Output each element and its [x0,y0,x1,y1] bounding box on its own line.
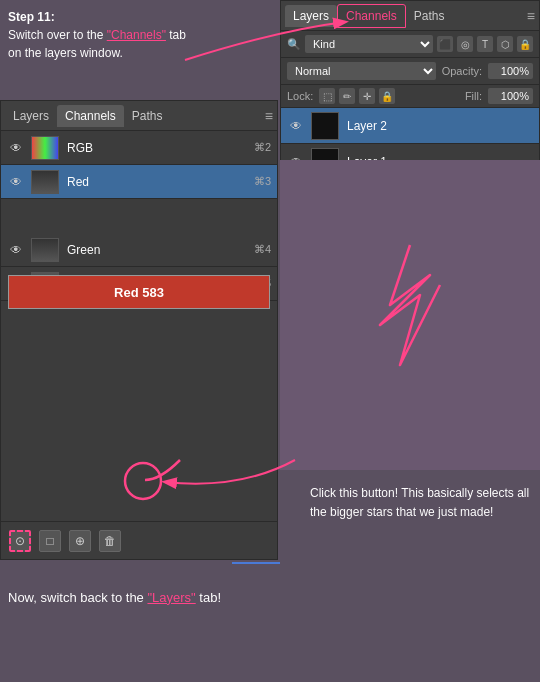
bottom-panel-tabs: Layers Channels Paths ≡ [1,101,277,131]
blend-mode-select[interactable]: Normal [287,62,436,80]
delete-channel-button[interactable]: 🗑 [99,530,121,552]
channel-green-visibility[interactable]: 👁 [7,241,25,259]
lock-transparent-btn[interactable]: ⬚ [319,88,335,104]
channels-highlight: "Channels" [107,28,166,42]
lock-row: Lock: ⬚ ✏ ✛ 🔒 Fill: [281,85,539,108]
tab-channels-top[interactable]: Channels [337,4,406,28]
tab-paths-top[interactable]: Paths [406,5,453,27]
lock-label: Lock: [287,90,313,102]
layer-2-visibility[interactable]: 👁 [287,117,305,135]
filter-adjust-icon[interactable]: ◎ [457,36,473,52]
top-panel-tabs: Layers Channels Paths ≡ [281,1,539,31]
channel-red-name: Red [67,175,254,189]
layers-highlight: "Layers" [147,590,195,605]
tab-channels-bottom[interactable]: Channels [57,105,124,127]
load-channel-button[interactable]: ⊙ [9,530,31,552]
lock-position-btn[interactable]: ✛ [359,88,375,104]
channel-green-thumb [31,238,59,262]
filter-smart-icon[interactable]: 🔒 [517,36,533,52]
search-dropdown[interactable]: Kind [305,35,433,53]
tab-layers-bottom[interactable]: Layers [5,105,57,127]
filter-shape-icon[interactable]: ⬡ [497,36,513,52]
lock-icons: ⬚ ✏ ✛ 🔒 [319,88,395,104]
bottom-instruction: Now, switch back to the "Layers" tab! [8,588,221,608]
channel-toolbar: ⊙ □ ⊕ 🗑 [1,521,277,559]
canvas-drawing [310,225,510,405]
channel-rgb-shortcut: ⌘2 [254,141,271,154]
tab-layers-top[interactable]: Layers [285,5,337,27]
bottom-text-1: Now, switch back to the [8,590,147,605]
channel-green-name: Green [67,243,254,257]
search-icons: ⬛ ◎ T ⬡ 🔒 [437,36,533,52]
panel-collapse-bottom[interactable]: ≡ [265,108,273,124]
instruction-text: Switch over to the "Channels" tab on the… [8,28,186,60]
channel-red[interactable]: 👁 Red ⌘3 [1,165,277,199]
layer-item-2[interactable]: 👁 Layer 2 [281,108,539,144]
channel-rgb-name: RGB [67,141,254,155]
red-583-label: Red 583 [114,285,164,300]
click-instruction: Click this button! This basically select… [310,484,530,522]
blend-opacity-row: Normal Opacity: [281,58,539,85]
opacity-label: Opacity: [442,65,482,77]
filter-pixel-icon[interactable]: ⬛ [437,36,453,52]
step-label: Step 11: [8,8,273,26]
lock-pixels-btn[interactable]: ✏ [339,88,355,104]
canvas-area [280,160,540,470]
opacity-input[interactable] [488,63,533,79]
channel-red-shortcut: ⌘3 [254,175,271,188]
layer-2-thumb [311,112,339,140]
filter-text-icon[interactable]: T [477,36,493,52]
channel-red-visibility[interactable]: 👁 [7,173,25,191]
top-layers-panel: Layers Channels Paths ≡ 🔍 Kind ⬛ ◎ T ⬡ 🔒… [280,0,540,181]
tab-paths-bottom[interactable]: Paths [124,105,171,127]
channel-green[interactable]: 👁 Green ⌘4 [1,233,277,267]
layer-2-name: Layer 2 [347,119,533,133]
fill-label: Fill: [465,90,482,102]
channel-green-shortcut: ⌘4 [254,243,271,256]
channel-rgb-thumb [31,136,59,160]
lock-all-btn[interactable]: 🔒 [379,88,395,104]
channel-rgb[interactable]: 👁 RGB ⌘2 [1,131,277,165]
bottom-text-2: tab! [196,590,221,605]
bottom-channels-panel: Layers Channels Paths ≡ 👁 RGB ⌘2 👁 Red ⌘… [0,100,278,560]
new-channel-button[interactable]: ⊕ [69,530,91,552]
panel-collapse-top[interactable]: ≡ [527,8,535,24]
fill-input[interactable] [488,88,533,104]
empty-channel-area [1,301,277,521]
channel-rgb-visibility[interactable]: 👁 [7,139,25,157]
save-selection-button[interactable]: □ [39,530,61,552]
search-icon: 🔍 [287,38,301,51]
channel-red-thumb [31,170,59,194]
click-instruction-text: Click this button! This basically select… [310,486,529,519]
red-583-box: Red 583 [8,275,270,309]
instruction-top: Step 11: Switch over to the "Channels" t… [8,8,273,62]
search-bar: 🔍 Kind ⬛ ◎ T ⬡ 🔒 [281,31,539,58]
